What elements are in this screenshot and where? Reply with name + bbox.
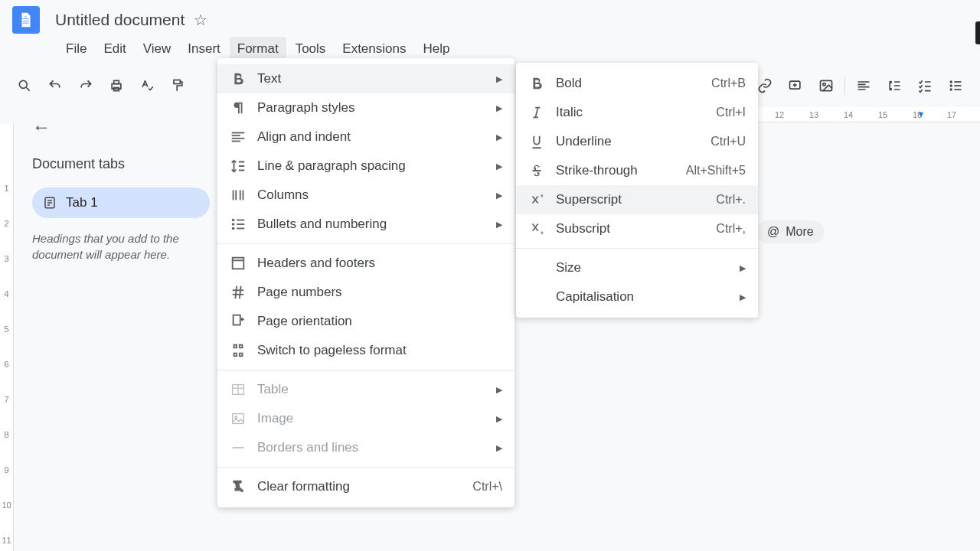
svg-rect-21 — [232, 138, 245, 139]
more-label: More — [786, 225, 813, 239]
text-item-superscript[interactable]: SuperscriptCtrl+. — [516, 185, 758, 214]
format-item-paragraph-styles[interactable]: Paragraph styles▶ — [217, 93, 514, 122]
comment-icon[interactable] — [783, 73, 808, 98]
shortcut-label: Ctrl+\ — [472, 480, 502, 494]
line-icon — [230, 439, 247, 456]
align-icon — [230, 129, 247, 145]
svg-rect-5 — [174, 80, 180, 83]
svg-rect-3 — [114, 80, 119, 83]
text-item-strike-through[interactable]: Strike-throughAlt+Shift+5 — [516, 156, 758, 185]
columns-icon — [230, 187, 247, 204]
format-item-switch-to-pageless-format[interactable]: Switch to pageless format — [217, 336, 514, 365]
svg-rect-31 — [237, 223, 244, 225]
paint-format-icon[interactable] — [165, 73, 190, 98]
at-icon: @ — [767, 225, 779, 239]
menu-item-label: Strike-through — [556, 163, 674, 178]
spellcheck-icon[interactable] — [135, 73, 159, 98]
menu-item-label: Clear formatting — [257, 479, 460, 494]
text-item-subscript[interactable]: SubscriptCtrl+, — [516, 214, 758, 243]
format-item-page-numbers[interactable]: Page numbers — [217, 278, 514, 307]
ruler-marker-icon[interactable]: ▾ — [919, 109, 923, 119]
submenu-arrow-icon: ▶ — [496, 443, 502, 453]
menu-item-label: Superscript — [556, 192, 704, 207]
menu-item-label: Table — [257, 382, 496, 397]
svg-point-27 — [232, 219, 235, 222]
paragraph-icon — [230, 99, 247, 116]
svg-line-1 — [27, 87, 30, 90]
menu-item-label: Columns — [257, 187, 496, 203]
format-item-columns[interactable]: Columns▶ — [217, 181, 514, 210]
svg-rect-22 — [232, 141, 240, 142]
menu-item-label: Switch to pageless format — [257, 343, 502, 358]
svg-rect-24 — [235, 191, 237, 201]
checklist-icon[interactable] — [913, 73, 937, 98]
svg-rect-12 — [954, 81, 961, 83]
menu-item-label: Line & paragraph spacing — [257, 158, 496, 174]
format-dropdown: Text▶Paragraph styles▶Align and indent▶L… — [217, 58, 514, 507]
menu-edit[interactable]: Edit — [96, 37, 133, 61]
format-item-headers-and-footers[interactable]: Headers and footers — [217, 249, 514, 278]
text-item-size[interactable]: Size▶ — [516, 253, 758, 282]
shortcut-label: Alt+Shift+5 — [686, 164, 746, 178]
hash-icon — [230, 284, 247, 301]
docs-logo-icon[interactable] — [12, 6, 40, 34]
svg-line-37 — [235, 286, 237, 299]
format-item-text[interactable]: Text▶ — [217, 64, 514, 93]
menu-item-label: Headers and footers — [257, 256, 502, 271]
svg-rect-30 — [237, 220, 244, 221]
line-spacing-icon[interactable] — [882, 73, 906, 98]
svg-point-29 — [232, 227, 235, 230]
format-item-line-paragraph-spacing[interactable]: Line & paragraph spacing▶ — [217, 152, 514, 181]
image-icon[interactable] — [814, 73, 838, 98]
text-item-italic[interactable]: ItalicCtrl+I — [516, 98, 758, 127]
svg-point-10 — [950, 84, 952, 86]
text-item-capitalisation[interactable]: Capitalisation▶ — [516, 282, 758, 311]
svg-rect-14 — [954, 89, 961, 90]
shortcut-label: Ctrl+I — [716, 106, 746, 119]
text-item-bold[interactable]: BoldCtrl+B — [516, 69, 758, 98]
header: Untitled document ☆ — [0, 0, 980, 34]
shortcut-label: Ctrl+B — [711, 77, 746, 90]
back-arrow-icon[interactable]: ← — [32, 116, 210, 138]
format-item-bullets-and-numbering[interactable]: Bullets and numbering▶ — [217, 210, 514, 239]
search-icon[interactable] — [12, 73, 37, 98]
more-chip[interactable]: @ More — [756, 220, 825, 243]
text-item-underline[interactable]: UnderlineCtrl+U — [516, 127, 758, 156]
horizontal-ruler: 12 13 14 15 16 ▾ 17 — [758, 107, 980, 122]
print-icon[interactable] — [104, 73, 129, 98]
blank-icon — [528, 259, 545, 276]
menu-view[interactable]: View — [136, 37, 179, 61]
menu-item-label: Borders and lines — [257, 440, 496, 455]
submenu-arrow-icon: ▶ — [496, 161, 502, 171]
format-item-clear-formatting[interactable]: Clear formattingCtrl+\ — [217, 472, 514, 501]
side-panel-indicator[interactable] — [975, 21, 980, 44]
super-icon — [528, 191, 545, 208]
align-icon[interactable] — [851, 73, 876, 98]
format-item-align-and-indent[interactable]: Align and indent▶ — [217, 122, 514, 152]
submenu-arrow-icon: ▶ — [740, 263, 746, 273]
document-tab[interactable]: Tab 1 — [32, 187, 210, 218]
menu-item-label: Text — [257, 71, 496, 86]
bullets-icon — [230, 216, 247, 233]
strike-icon — [528, 162, 545, 179]
svg-point-9 — [950, 80, 952, 83]
document-title[interactable]: Untitled document — [55, 11, 185, 29]
svg-point-8 — [823, 83, 825, 85]
menu-item-label: Bold — [556, 76, 699, 91]
table-icon — [230, 381, 247, 398]
menu-item-label: Page numbers — [257, 285, 502, 300]
undo-icon[interactable] — [43, 73, 67, 98]
submenu-arrow-icon: ▶ — [496, 74, 502, 84]
tab-label: Tab 1 — [66, 195, 98, 210]
star-icon[interactable]: ☆ — [194, 11, 207, 29]
submenu-arrow-icon: ▶ — [496, 220, 502, 230]
format-item-page-orientation[interactable]: Page orientation — [217, 307, 514, 336]
menu-item-label: Capitalisation — [556, 289, 740, 305]
menu-file[interactable]: File — [58, 37, 94, 61]
svg-rect-19 — [232, 132, 245, 134]
bullet-list-icon[interactable] — [943, 73, 968, 98]
svg-rect-25 — [240, 191, 241, 201]
menu-item-label: Image — [257, 411, 496, 426]
redo-icon[interactable] — [74, 73, 98, 98]
menu-item-label: Paragraph styles — [257, 100, 496, 116]
